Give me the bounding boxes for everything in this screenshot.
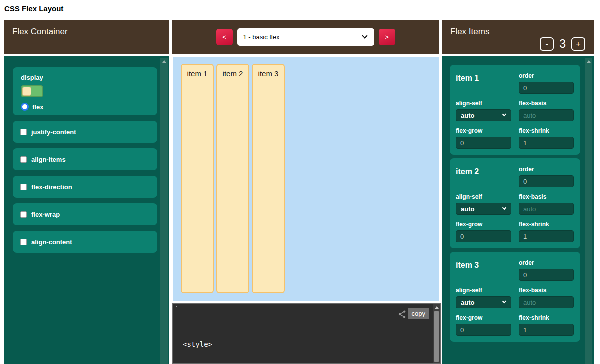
item-2-flex-grow-input[interactable]	[456, 230, 511, 242]
share-icon[interactable]	[397, 310, 407, 320]
item-3-flex-basis-cell: flex-basis	[519, 287, 574, 308]
example-select[interactable]: 1 - basic flex	[237, 28, 374, 46]
item-3-flex-shrink-input[interactable]	[519, 324, 574, 336]
flex-shrink-label: flex-shrink	[519, 128, 574, 134]
remove-item-button[interactable]: -	[540, 38, 554, 51]
order-label: order	[519, 166, 574, 173]
item-2-flex-basis-cell: flex-basis	[519, 194, 574, 215]
item-1-title-cell: item 1	[456, 72, 511, 94]
item-3-order-input[interactable]	[519, 269, 574, 281]
flex-wrap-label: flex-wrap	[31, 211, 60, 218]
item-2-flex-shrink-input[interactable]	[519, 230, 574, 242]
flex-direction-checkbox[interactable]	[20, 184, 27, 190]
flex-grow-label: flex-grow	[456, 314, 511, 322]
flex-items-header: Flex Items - 3 +	[442, 20, 594, 54]
example-nav-header: < 1 - basic flex >	[172, 20, 439, 54]
item-2-flex-basis-input[interactable]	[519, 203, 574, 215]
display-toggle[interactable]	[21, 86, 43, 98]
item-2-card: item 2 order align-self auto f	[450, 158, 580, 248]
flex-basis-label: flex-basis	[519, 194, 574, 200]
display-flex-radio-row[interactable]: flex	[21, 103, 149, 111]
item-3-title-cell: item 3	[456, 260, 511, 281]
code-panel-dot	[176, 306, 177, 308]
code-scrollbar[interactable]	[433, 304, 440, 364]
align-content-card[interactable]: align-content	[13, 231, 157, 253]
scrollbar-thumb[interactable]	[434, 312, 439, 362]
flex-items-title: Flex Items	[450, 27, 489, 37]
justify-content-checkbox[interactable]	[20, 129, 27, 136]
flex-direction-card[interactable]: flex-direction	[13, 176, 157, 198]
flex-container-title: Flex Container	[12, 27, 68, 37]
copy-button[interactable]: copy	[408, 308, 429, 319]
item-2-flex-shrink-cell: flex-shrink	[519, 221, 574, 242]
align-items-card[interactable]: align-items	[13, 148, 157, 170]
flex-container-body: display flex justify-content align-items…	[4, 56, 169, 364]
order-label: order	[519, 72, 574, 80]
item-1-flex-grow-input[interactable]	[456, 137, 511, 149]
flex-shrink-label: flex-shrink	[519, 314, 574, 322]
item-3-align-self-select[interactable]: auto	[456, 296, 511, 308]
flex-container-preview: item 1 item 2 item 3	[173, 58, 439, 301]
scroll-up-icon[interactable]	[162, 60, 166, 63]
item-3-name: item 3	[456, 260, 479, 270]
justify-content-card[interactable]: justify-content	[13, 121, 157, 143]
item-3-order-cell: order	[519, 260, 574, 281]
flex-items-panel: Flex Items - 3 + item 1 order align-self	[442, 20, 594, 364]
flex-wrap-card[interactable]: flex-wrap	[13, 204, 157, 226]
align-items-label: align-items	[31, 156, 66, 164]
preview-flex-item-1: item 1	[181, 64, 214, 294]
align-self-label: align-self	[456, 100, 511, 107]
item-2-order-input[interactable]	[519, 176, 574, 188]
display-card: display flex	[13, 68, 157, 116]
flex-grow-label: flex-grow	[456, 128, 511, 134]
item-1-order-cell: order	[519, 72, 574, 94]
item-1-card: item 1 order align-self auto f	[450, 65, 580, 155]
item-1-flex-basis-cell: flex-basis	[519, 100, 574, 122]
flex-container-panel: Flex Container display flex justify-cont…	[4, 20, 169, 364]
flex-basis-label: flex-basis	[519, 287, 574, 294]
flex-items-body: item 1 order align-self auto f	[442, 56, 594, 364]
add-item-button[interactable]: +	[571, 38, 585, 51]
right-panel-scrollbar[interactable]	[585, 58, 592, 364]
item-2-title-cell: item 2	[456, 166, 511, 188]
code-panel: copy <style> .flex-container { display: …	[172, 304, 441, 364]
flex-basis-label: flex-basis	[519, 100, 574, 107]
left-panel-scrollbar[interactable]	[160, 58, 168, 364]
align-self-label: align-self	[456, 287, 511, 294]
item-3-flex-grow-cell: flex-grow	[456, 314, 511, 336]
item-1-flex-basis-input[interactable]	[519, 110, 574, 122]
code-line: <style>	[183, 340, 425, 350]
flex-direction-label: flex-direction	[31, 184, 72, 191]
example-select-wrap: 1 - basic flex	[237, 28, 374, 46]
item-count: 3	[559, 38, 566, 51]
flex-radio[interactable]	[21, 103, 29, 111]
item-1-flex-shrink-cell: flex-shrink	[519, 128, 574, 149]
scroll-up-icon[interactable]	[435, 306, 439, 309]
next-example-button[interactable]: >	[379, 29, 395, 46]
item-2-name: item 2	[456, 166, 479, 176]
code-block: <style> .flex-container { display: flex;	[183, 321, 425, 364]
align-content-label: align-content	[31, 238, 72, 246]
item-2-align-self-cell: align-self auto	[456, 194, 511, 215]
item-2-align-self-select[interactable]: auto	[456, 203, 511, 215]
flex-grow-label: flex-grow	[456, 221, 511, 228]
display-toggle-knob	[22, 87, 31, 96]
align-items-checkbox[interactable]	[20, 156, 27, 163]
item-1-align-self-select[interactable]: auto	[456, 110, 511, 122]
item-1-align-self-cell: align-self auto	[456, 100, 511, 122]
item-1-order-input[interactable]	[519, 82, 574, 94]
item-3-flex-grow-input[interactable]	[456, 324, 511, 336]
display-label: display	[21, 74, 149, 82]
order-label: order	[519, 260, 574, 266]
scroll-up-icon[interactable]	[587, 60, 591, 63]
align-content-checkbox[interactable]	[20, 239, 27, 246]
flex-radio-label: flex	[32, 104, 43, 111]
item-1-flex-shrink-input[interactable]	[519, 137, 574, 149]
prev-example-button[interactable]: <	[216, 29, 233, 46]
preview-flex-item-3: item 3	[252, 64, 285, 294]
item-2-order-cell: order	[519, 166, 574, 188]
align-self-label: align-self	[456, 194, 511, 200]
item-3-card: item 3 order align-self auto f	[450, 252, 580, 342]
flex-wrap-checkbox[interactable]	[20, 212, 27, 218]
item-3-flex-basis-input[interactable]	[519, 296, 574, 308]
